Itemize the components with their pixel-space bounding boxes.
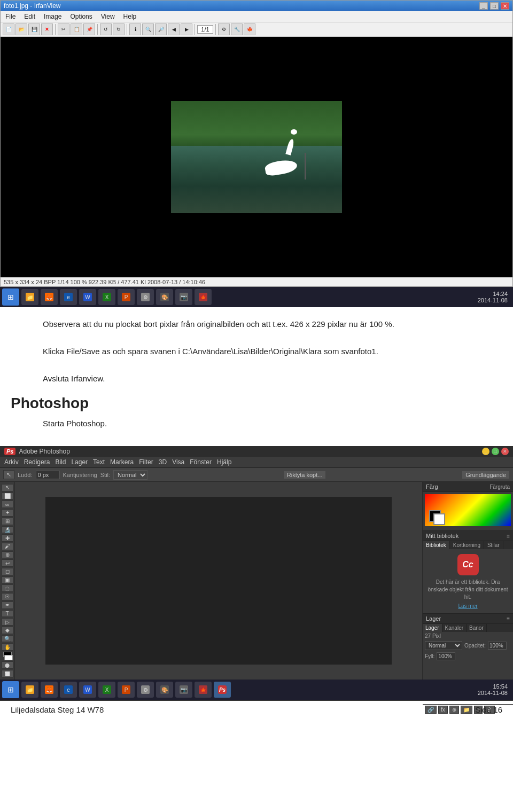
ps-tool-eraser[interactable]: ◻ <box>2 568 13 575</box>
ps-tool-zoom[interactable]: 🔍 <box>2 635 13 643</box>
ps-library-link[interactable]: Läs mer <box>458 603 477 609</box>
ps-tool-shape[interactable]: ◆ <box>2 627 13 634</box>
ps-menu-3d[interactable]: 3D <box>159 458 167 466</box>
taskbar-item-browser[interactable]: 🦊 <box>41 289 58 305</box>
toolbar-rotate-btn[interactable]: ↺ <box>100 24 112 35</box>
ps-menu-fonster[interactable]: Fönster <box>190 458 212 466</box>
ps-menu-markera[interactable]: Markera <box>110 458 134 466</box>
menu-file[interactable]: File <box>4 12 17 21</box>
taskbar-item-powerpoint[interactable]: P <box>118 289 135 305</box>
maximize-button[interactable]: □ <box>490 2 499 10</box>
taskbar-bottom-misc1[interactable]: ⚙ <box>137 682 154 698</box>
ps-tab-bibliotek[interactable]: Bibliotek <box>423 541 450 549</box>
ps-color-background[interactable] <box>433 513 445 525</box>
ps-tab-lager[interactable]: Lager <box>423 624 442 632</box>
toolbar-new-btn[interactable]: 📄 <box>3 24 14 35</box>
toolbar-copy-btn[interactable]: 📋 <box>71 24 82 35</box>
ps-tool-path-select[interactable]: ▷ <box>2 618 13 626</box>
taskbar-item-folder[interactable]: 📁 <box>21 289 38 305</box>
ps-tool-lasso[interactable]: ∞ <box>2 501 13 508</box>
ps-maximize-btn[interactable]: □ <box>492 448 499 455</box>
taskbar-item-word[interactable]: W <box>79 289 96 305</box>
ps-tool-blur[interactable]: ◌ <box>2 584 13 592</box>
ps-tool-mask[interactable]: ⬤ <box>2 661 13 669</box>
taskbar-item-excel[interactable]: X <box>98 289 115 305</box>
ps-fx-btn[interactable]: fx <box>438 706 448 714</box>
menu-edit[interactable]: Edit <box>22 12 37 21</box>
toolbar-save-btn[interactable]: 💾 <box>28 24 40 35</box>
ps-tool-clone[interactable]: ⊕ <box>2 551 13 559</box>
ps-fill-input[interactable] <box>437 652 455 660</box>
taskbar-item-misc4[interactable]: 🍁 <box>195 289 212 305</box>
ps-tool-screen-mode[interactable]: ⬜ <box>2 670 13 677</box>
minimize-button[interactable]: _ <box>479 2 488 10</box>
ps-blend-mode-select[interactable]: Normal <box>425 641 462 650</box>
toolbar-close-btn[interactable]: ✕ <box>41 24 53 35</box>
close-button[interactable]: ✕ <box>501 2 509 10</box>
taskbar-item-ie[interactable]: e <box>60 289 77 305</box>
ps-tool-eyedropper[interactable]: 🔬 <box>2 526 13 534</box>
ps-tab-banor[interactable]: Banor <box>467 624 487 632</box>
ps-tab-kortkorning[interactable]: Kortkorning <box>450 541 484 549</box>
ps-tab-stilar[interactable]: Stilar <box>484 541 503 549</box>
ps-group-btn[interactable]: 📁 <box>461 706 472 714</box>
taskbar-item-misc2[interactable]: 🎨 <box>156 289 173 305</box>
ps-fargruta-tab[interactable]: Färgruta <box>489 484 510 490</box>
menu-help[interactable]: Help <box>122 12 138 21</box>
ps-mask-btn[interactable]: ⊕ <box>449 706 459 714</box>
taskbar-bottom-misc3[interactable]: 📷 <box>175 682 192 698</box>
ps-color-preview[interactable] <box>425 494 511 526</box>
taskbar-item-misc3[interactable]: 📷 <box>175 289 192 305</box>
menu-options[interactable]: Options <box>68 12 94 21</box>
toolbar-zoom-out-btn[interactable]: 🔎 <box>155 24 167 35</box>
ps-tab-kanaler[interactable]: Kanaler <box>442 624 467 632</box>
taskbar-bottom-browser[interactable]: 🦊 <box>41 682 58 698</box>
ps-menu-bild[interactable]: Bild <box>55 458 66 466</box>
taskbar-item-misc1[interactable]: ⚙ <box>137 289 154 305</box>
taskbar-bottom-word[interactable]: W <box>79 682 96 698</box>
ps-tool-history[interactable]: ↩ <box>2 559 13 567</box>
ps-link-btn[interactable]: 🔗 <box>425 706 437 714</box>
taskbar-bottom-ps[interactable]: Ps <box>214 682 231 698</box>
taskbar-bottom-leaf[interactable]: 🍁 <box>195 682 212 698</box>
toolbar-prev-btn[interactable]: ◀ <box>168 24 180 35</box>
menu-image[interactable]: Image <box>42 12 63 21</box>
ps-menu-filter[interactable]: Filter <box>139 458 153 466</box>
ps-ludd-input[interactable] <box>36 471 60 479</box>
ps-tool-crop[interactable]: ⊞ <box>2 518 13 525</box>
toolbar-settings-btn[interactable]: ⚙ <box>218 24 230 35</box>
ps-minimize-btn[interactable]: _ <box>482 448 489 455</box>
ps-menu-lager[interactable]: Lager <box>71 458 88 466</box>
ps-tool-gradient[interactable]: ▣ <box>2 576 13 584</box>
ps-menu-hjalp[interactable]: Hjälp <box>217 458 231 466</box>
toolbar-open-btn[interactable]: 📂 <box>15 24 27 35</box>
ps-menu-visa[interactable]: Visa <box>172 458 184 466</box>
taskbar-bottom-folder[interactable]: 📁 <box>21 682 38 698</box>
toolbar-next-btn[interactable]: ▶ <box>181 24 192 35</box>
ps-tool-pen[interactable]: ✒ <box>2 602 13 609</box>
ps-riktyta-btn[interactable]: Riktyta kopt... <box>283 471 327 479</box>
taskbar-bottom-misc2[interactable]: 🎨 <box>156 682 173 698</box>
ps-tool-brush[interactable]: 🖌 <box>2 543 13 550</box>
ps-background-color[interactable] <box>4 655 13 660</box>
ps-tool-selector[interactable]: ↖ <box>3 470 14 479</box>
ps-tool-move[interactable]: ↖ <box>2 484 13 491</box>
taskbar-bottom-ppt[interactable]: P <box>118 682 135 698</box>
taskbar-bottom-excel[interactable]: X <box>98 682 115 698</box>
ps-tool-select-rect[interactable]: ⬜ <box>2 493 13 500</box>
ps-tool-heal[interactable]: ✚ <box>2 534 13 542</box>
taskbar-bottom-start-btn[interactable]: ⊞ <box>2 681 19 698</box>
ps-library-settings-icon[interactable]: ≡ <box>507 533 510 539</box>
ps-layers-settings-icon[interactable]: ≡ <box>507 616 510 622</box>
ps-tool-dodge[interactable]: ☉ <box>2 593 13 600</box>
toolbar-zoom-in-btn[interactable]: 🔍 <box>142 24 154 35</box>
ps-menu-redigera[interactable]: Redigera <box>24 458 50 466</box>
ps-grundlaggande-btn[interactable]: Grundläggande <box>462 471 510 479</box>
menu-view[interactable]: View <box>99 12 116 21</box>
ps-stil-select[interactable]: Normal <box>113 470 147 480</box>
ps-tool-magic-wand[interactable]: ✦ <box>2 509 13 517</box>
ps-menu-arkiv[interactable]: Arkiv <box>4 458 19 466</box>
toolbar-batch-btn[interactable]: 🔧 <box>231 24 243 35</box>
toolbar-info-btn[interactable]: ℹ <box>129 24 141 35</box>
taskbar-bottom-ie[interactable]: e <box>60 682 77 698</box>
